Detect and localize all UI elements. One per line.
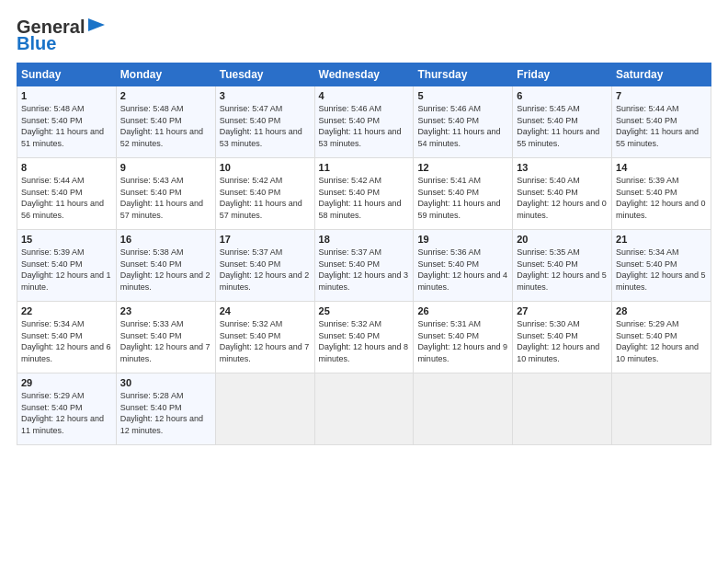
day-info: Sunrise: 5:28 AMSunset: 5:40 PMDaylight:… <box>120 391 203 435</box>
day-info: Sunrise: 5:38 AMSunset: 5:40 PMDaylight:… <box>120 247 210 292</box>
day-info: Sunrise: 5:44 AMSunset: 5:40 PMDaylight:… <box>616 104 699 148</box>
col-header-tuesday: Tuesday <box>215 63 314 86</box>
day-cell: 27 Sunrise: 5:30 AMSunset: 5:40 PMDaylig… <box>513 302 612 373</box>
day-info: Sunrise: 5:48 AMSunset: 5:40 PMDaylight:… <box>120 104 203 148</box>
day-number: 5 <box>417 90 508 101</box>
day-info: Sunrise: 5:44 AMSunset: 5:40 PMDaylight:… <box>21 176 104 220</box>
day-cell: 23 Sunrise: 5:33 AMSunset: 5:40 PMDaylig… <box>116 302 215 373</box>
day-info: Sunrise: 5:32 AMSunset: 5:40 PMDaylight:… <box>220 319 310 363</box>
logo-arrow-icon <box>86 15 107 35</box>
day-number: 10 <box>220 162 311 173</box>
day-number: 24 <box>220 305 311 316</box>
day-cell <box>215 373 314 445</box>
day-info: Sunrise: 5:29 AMSunset: 5:40 PMDaylight:… <box>21 391 104 435</box>
day-info: Sunrise: 5:34 AMSunset: 5:40 PMDaylight:… <box>616 247 706 292</box>
week-row-2: 8 Sunrise: 5:44 AMSunset: 5:40 PMDayligh… <box>17 158 711 230</box>
day-number: 1 <box>21 90 112 101</box>
col-header-saturday: Saturday <box>612 63 711 86</box>
day-cell: 1 Sunrise: 5:48 AMSunset: 5:40 PMDayligh… <box>17 86 117 158</box>
week-row-4: 22 Sunrise: 5:34 AMSunset: 5:40 PMDaylig… <box>17 302 711 373</box>
day-number: 25 <box>319 305 410 316</box>
day-info: Sunrise: 5:34 AMSunset: 5:40 PMDaylight:… <box>21 319 111 363</box>
day-cell: 9 Sunrise: 5:43 AMSunset: 5:40 PMDayligh… <box>116 158 215 230</box>
logo: General Blue <box>17 17 107 53</box>
day-cell: 20 Sunrise: 5:35 AMSunset: 5:40 PMDaylig… <box>513 230 612 302</box>
day-info: Sunrise: 5:43 AMSunset: 5:40 PMDaylight:… <box>120 176 203 220</box>
day-number: 7 <box>616 90 707 101</box>
week-row-5: 29 Sunrise: 5:29 AMSunset: 5:40 PMDaylig… <box>17 373 711 445</box>
day-cell <box>513 373 612 445</box>
day-info: Sunrise: 5:31 AMSunset: 5:40 PMDaylight:… <box>417 319 507 363</box>
page-container: General Blue SundayMondayTuesdayWednesda… <box>0 0 728 454</box>
day-number: 27 <box>517 305 608 316</box>
day-info: Sunrise: 5:46 AMSunset: 5:40 PMDaylight:… <box>417 104 500 148</box>
day-number: 6 <box>517 90 608 101</box>
day-number: 23 <box>120 305 211 316</box>
day-cell: 16 Sunrise: 5:38 AMSunset: 5:40 PMDaylig… <box>116 230 215 302</box>
day-info: Sunrise: 5:35 AMSunset: 5:40 PMDaylight:… <box>517 247 607 292</box>
day-info: Sunrise: 5:45 AMSunset: 5:40 PMDaylight:… <box>517 104 599 148</box>
day-info: Sunrise: 5:33 AMSunset: 5:40 PMDaylight:… <box>120 319 210 363</box>
day-cell <box>612 373 711 445</box>
day-info: Sunrise: 5:40 AMSunset: 5:40 PMDaylight:… <box>517 176 607 220</box>
col-header-monday: Monday <box>116 63 215 86</box>
day-number: 11 <box>319 162 410 173</box>
day-cell: 22 Sunrise: 5:34 AMSunset: 5:40 PMDaylig… <box>17 302 117 373</box>
day-cell: 18 Sunrise: 5:37 AMSunset: 5:40 PMDaylig… <box>314 230 414 302</box>
day-number: 28 <box>616 305 707 316</box>
day-number: 12 <box>417 162 508 173</box>
day-number: 26 <box>417 305 508 316</box>
day-info: Sunrise: 5:37 AMSunset: 5:40 PMDaylight:… <box>220 247 310 292</box>
day-cell: 14 Sunrise: 5:39 AMSunset: 5:40 PMDaylig… <box>612 158 711 230</box>
col-header-sunday: Sunday <box>17 63 117 86</box>
day-number: 21 <box>616 234 707 245</box>
day-cell: 11 Sunrise: 5:42 AMSunset: 5:40 PMDaylig… <box>314 158 414 230</box>
header-row: SundayMondayTuesdayWednesdayThursdayFrid… <box>17 63 711 86</box>
day-cell: 3 Sunrise: 5:47 AMSunset: 5:40 PMDayligh… <box>215 86 314 158</box>
day-cell: 5 Sunrise: 5:46 AMSunset: 5:40 PMDayligh… <box>414 86 513 158</box>
day-info: Sunrise: 5:29 AMSunset: 5:40 PMDaylight:… <box>616 319 699 363</box>
day-info: Sunrise: 5:46 AMSunset: 5:40 PMDaylight:… <box>319 104 402 148</box>
day-number: 4 <box>319 90 410 101</box>
day-number: 18 <box>319 234 410 245</box>
day-number: 16 <box>120 234 211 245</box>
day-info: Sunrise: 5:37 AMSunset: 5:40 PMDaylight:… <box>319 247 409 292</box>
day-info: Sunrise: 5:39 AMSunset: 5:40 PMDaylight:… <box>616 176 706 220</box>
day-number: 13 <box>517 162 608 173</box>
day-info: Sunrise: 5:32 AMSunset: 5:40 PMDaylight:… <box>319 319 409 363</box>
day-info: Sunrise: 5:47 AMSunset: 5:40 PMDaylight:… <box>220 104 302 148</box>
day-cell: 19 Sunrise: 5:36 AMSunset: 5:40 PMDaylig… <box>414 230 513 302</box>
day-cell: 15 Sunrise: 5:39 AMSunset: 5:40 PMDaylig… <box>17 230 117 302</box>
day-cell <box>314 373 414 445</box>
day-info: Sunrise: 5:48 AMSunset: 5:40 PMDaylight:… <box>21 104 104 148</box>
day-number: 8 <box>21 162 112 173</box>
day-info: Sunrise: 5:42 AMSunset: 5:40 PMDaylight:… <box>319 176 402 220</box>
day-cell: 6 Sunrise: 5:45 AMSunset: 5:40 PMDayligh… <box>513 86 612 158</box>
logo-blue: Blue <box>17 33 56 53</box>
day-info: Sunrise: 5:39 AMSunset: 5:40 PMDaylight:… <box>21 247 111 292</box>
day-number: 20 <box>517 234 608 245</box>
header: General Blue <box>17 17 711 53</box>
day-number: 3 <box>220 90 311 101</box>
day-cell: 2 Sunrise: 5:48 AMSunset: 5:40 PMDayligh… <box>116 86 215 158</box>
day-number: 17 <box>220 234 311 245</box>
week-row-3: 15 Sunrise: 5:39 AMSunset: 5:40 PMDaylig… <box>17 230 711 302</box>
day-cell: 8 Sunrise: 5:44 AMSunset: 5:40 PMDayligh… <box>17 158 117 230</box>
day-cell: 30 Sunrise: 5:28 AMSunset: 5:40 PMDaylig… <box>116 373 215 445</box>
day-info: Sunrise: 5:41 AMSunset: 5:40 PMDaylight:… <box>417 176 500 220</box>
col-header-thursday: Thursday <box>414 63 513 86</box>
day-cell: 21 Sunrise: 5:34 AMSunset: 5:40 PMDaylig… <box>612 230 711 302</box>
col-header-friday: Friday <box>513 63 612 86</box>
day-cell: 25 Sunrise: 5:32 AMSunset: 5:40 PMDaylig… <box>314 302 414 373</box>
day-number: 19 <box>417 234 508 245</box>
day-cell: 26 Sunrise: 5:31 AMSunset: 5:40 PMDaylig… <box>414 302 513 373</box>
day-cell: 28 Sunrise: 5:29 AMSunset: 5:40 PMDaylig… <box>612 302 711 373</box>
day-cell <box>414 373 513 445</box>
day-info: Sunrise: 5:42 AMSunset: 5:40 PMDaylight:… <box>220 176 302 220</box>
day-number: 30 <box>120 377 211 388</box>
col-header-wednesday: Wednesday <box>314 63 414 86</box>
day-number: 29 <box>21 377 112 388</box>
day-number: 9 <box>120 162 211 173</box>
svg-marker-0 <box>88 18 105 31</box>
day-number: 22 <box>21 305 112 316</box>
